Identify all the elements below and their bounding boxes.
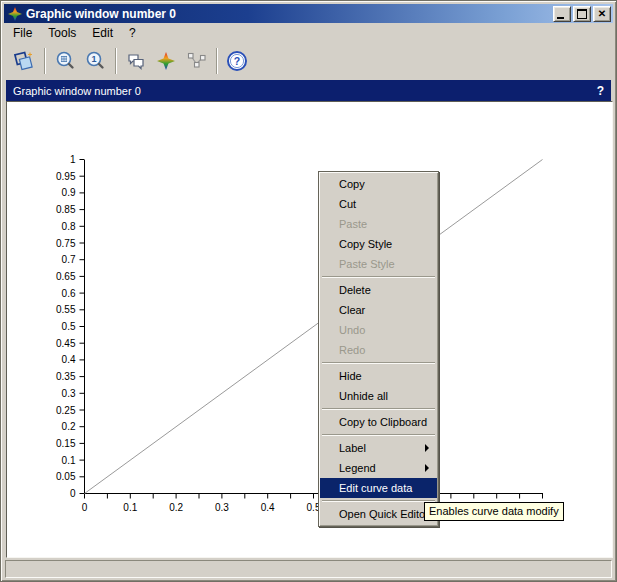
plot-client-area: 00.050.10.150.20.250.30.350.40.450.50.55… xyxy=(6,101,613,558)
submenu-arrow-icon xyxy=(425,444,429,452)
context-menu-item-label: Open Quick Editor xyxy=(339,508,429,520)
context-menu-item-label: Copy Style xyxy=(339,238,392,250)
plot-canvas[interactable]: 00.050.10.150.20.250.30.350.40.450.50.55… xyxy=(7,102,612,557)
y-tick-label: 0.5 xyxy=(62,321,76,332)
magnifier-one-icon: 1 xyxy=(84,50,106,72)
export-figure-button[interactable] xyxy=(9,47,39,75)
context-menu-item-label[interactable]: Label xyxy=(320,438,437,458)
curve-line xyxy=(85,160,543,494)
context-menu-item-label: Legend xyxy=(339,462,376,474)
x-tick-label: 0.1 xyxy=(123,502,137,513)
y-tick-label: 0.1 xyxy=(62,455,76,466)
svg-text:1: 1 xyxy=(91,54,96,64)
y-tick-label: 0.05 xyxy=(56,471,76,482)
y-tick-label: 0.3 xyxy=(62,388,76,399)
y-tick-label: 0 xyxy=(70,488,76,499)
y-tick-label: 0.75 xyxy=(56,238,76,249)
context-menu-item-undo[interactable]: Undo xyxy=(320,320,437,340)
menubar-item-edit[interactable]: Edit xyxy=(84,25,121,41)
y-tick-label: 0.2 xyxy=(62,421,76,432)
context-menu-item-clear[interactable]: Clear xyxy=(320,300,437,320)
y-tick-label: 0.8 xyxy=(62,221,76,232)
context-menu-item-label: Clear xyxy=(339,304,365,316)
context-menu-item-paste-style[interactable]: Paste Style xyxy=(320,254,437,274)
context-menu-item-label: Copy xyxy=(339,178,365,190)
y-tick-label: 0.45 xyxy=(56,338,76,349)
context-menu-item-redo[interactable]: Redo xyxy=(320,340,437,360)
y-tick-label: 0.6 xyxy=(62,288,76,299)
context-menu-item-copy-style[interactable]: Copy Style xyxy=(320,234,437,254)
y-tick-label: 1 xyxy=(70,154,76,165)
context-menu-separator xyxy=(322,500,435,502)
speech-bubbles-icon xyxy=(125,50,147,72)
context-menu-item-open-quick-editor[interactable]: Open Quick Editor xyxy=(320,504,437,524)
y-tick-label: 0.55 xyxy=(56,304,76,315)
context-menu-separator xyxy=(322,408,435,410)
y-tick-label: 0.15 xyxy=(56,438,76,449)
data-points-button[interactable] xyxy=(181,47,211,75)
maximize-icon xyxy=(577,9,587,19)
figure-help-button[interactable]: ? xyxy=(597,84,604,98)
context-menu-item-copy-to-clipboard[interactable]: Copy to Clipboard xyxy=(320,412,437,432)
context-menu-item-label: Paste Style xyxy=(339,258,395,270)
context-menu-item-paste[interactable]: Paste xyxy=(320,214,437,234)
context-menu-item-label: Hide xyxy=(339,370,362,382)
tooltip: Enables curve data modify xyxy=(424,502,564,521)
toolbar-separator xyxy=(216,48,217,74)
toolbar-separator xyxy=(44,48,45,74)
menubar-item-help[interactable]: ? xyxy=(121,25,144,41)
toolbar: 1 xyxy=(5,42,612,79)
minimize-icon xyxy=(557,17,564,19)
context-menu-item-label: Cut xyxy=(339,198,356,210)
maximize-button[interactable] xyxy=(573,6,591,22)
y-tick-label: 0.9 xyxy=(62,187,76,198)
zoom-area-button[interactable] xyxy=(50,47,80,75)
context-menu-item-cut[interactable]: Cut xyxy=(320,194,437,214)
toolbar-separator xyxy=(115,48,116,74)
graphic-window: Graphic window number 0 ✕ FileToolsEdit? xyxy=(0,0,617,582)
zoom-original-button[interactable]: 1 xyxy=(80,47,110,75)
context-menu: CopyCutPasteCopy StylePaste StyleDeleteC… xyxy=(318,171,439,527)
y-tick-label: 0.25 xyxy=(56,405,76,416)
minimize-button[interactable] xyxy=(553,6,571,22)
context-menu-item-legend[interactable]: Legend xyxy=(320,458,437,478)
context-menu-item-copy[interactable]: Copy xyxy=(320,174,437,194)
figure-header-bar: Graphic window number 0 ? xyxy=(6,80,611,101)
y-tick-label: 0.4 xyxy=(62,354,76,365)
window-title: Graphic window number 0 xyxy=(26,7,176,21)
context-menu-item-unhide-all[interactable]: Unhide all xyxy=(320,386,437,406)
menubar-item-tools[interactable]: Tools xyxy=(40,25,84,41)
close-icon: ✕ xyxy=(598,9,606,19)
context-menu-item-label: Delete xyxy=(339,284,371,296)
help-button[interactable]: ? xyxy=(222,47,252,75)
x-tick-label: 0 xyxy=(82,502,88,513)
x-tick-label: 0.4 xyxy=(261,502,275,513)
menu-bar: FileToolsEdit? xyxy=(5,24,612,41)
linked-nodes-icon xyxy=(185,50,207,72)
title-bar[interactable]: Graphic window number 0 ✕ xyxy=(4,4,613,23)
context-menu-item-label: Redo xyxy=(339,344,365,356)
app-icon xyxy=(8,7,22,21)
figure-header-title: Graphic window number 0 xyxy=(13,85,141,97)
y-tick-label: 0.85 xyxy=(56,204,76,215)
menubar-item-file[interactable]: File xyxy=(5,25,40,41)
status-bar xyxy=(5,560,612,578)
context-menu-separator xyxy=(322,434,435,436)
rainbow-star-icon xyxy=(155,50,177,72)
svg-text:?: ? xyxy=(234,55,240,67)
help-icon: ? xyxy=(226,50,248,72)
context-menu-item-label: Copy to Clipboard xyxy=(339,416,427,428)
context-menu-item-label: Undo xyxy=(339,324,365,336)
context-menu-separator xyxy=(322,362,435,364)
submenu-arrow-icon xyxy=(425,464,429,472)
close-button[interactable]: ✕ xyxy=(593,6,611,22)
context-menu-item-label: Unhide all xyxy=(339,390,388,402)
y-tick-label: 0.65 xyxy=(56,271,76,282)
annotations-button[interactable] xyxy=(121,47,151,75)
magnifier-grid-icon xyxy=(54,50,76,72)
context-menu-item-hide[interactable]: Hide xyxy=(320,366,437,386)
context-menu-item-delete[interactable]: Delete xyxy=(320,280,437,300)
color-style-button[interactable] xyxy=(151,47,181,75)
rotated-squares-icon xyxy=(13,50,35,72)
context-menu-item-edit-curve-data[interactable]: Edit curve data xyxy=(320,478,437,498)
